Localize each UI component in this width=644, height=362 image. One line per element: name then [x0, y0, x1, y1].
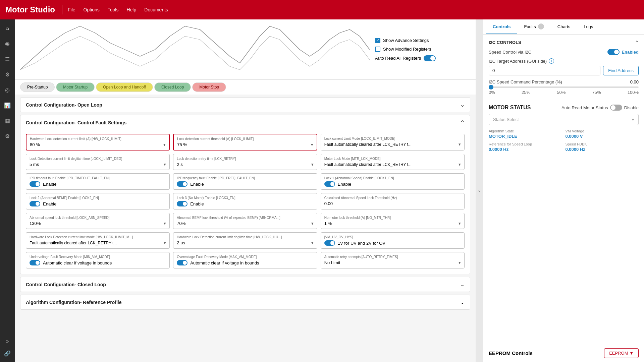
auto-retry-times-arrow: ▾: [459, 260, 461, 265]
calc-abnormal-speed-field: Calculated Abnormal Speed Lock Threshold…: [321, 193, 465, 209]
hw-lock-ilu-select[interactable]: 2 us ▾: [177, 240, 313, 245]
open-loop-collapse-icon[interactable]: ⌄: [460, 102, 465, 108]
reference-profile-collapse-icon[interactable]: ⌄: [460, 299, 465, 305]
tab-open-loop[interactable]: Open Loop and Handoff: [96, 82, 153, 92]
tab-pre-startup[interactable]: Pre-Startup: [20, 82, 55, 92]
fault-settings-header[interactable]: Control Configuration- Control Fault Set…: [20, 115, 470, 130]
rp-tab-logs[interactable]: Logs: [577, 19, 600, 34]
closed-loop-header[interactable]: Control Configuration- Closed Loop ⌄: [20, 277, 470, 292]
closed-loop-collapse-icon[interactable]: ⌄: [460, 281, 465, 288]
sidebar-icon-target[interactable]: ◎: [1, 84, 13, 96]
ipd-freq-toggle[interactable]: [177, 181, 187, 187]
slider-label-75: 75%: [592, 90, 601, 95]
sidebar-icon-grid[interactable]: ▦: [1, 115, 13, 127]
min-vm-mode-field: Undervoltage Fault Recovery Mode [MIN_VM…: [26, 252, 170, 268]
status-select-dropdown[interactable]: Status Select ▾: [489, 114, 639, 125]
hw-lock-ilu-arrow: ▾: [311, 240, 314, 245]
sidebar-icon-globe[interactable]: ◉: [1, 38, 13, 50]
speed-control-toggle[interactable]: [607, 49, 620, 55]
open-loop-header[interactable]: Control Configuration- Open Loop ⌄: [20, 98, 470, 112]
address-input[interactable]: [489, 66, 600, 75]
hw-lock-ilimit-arrow: ▾: [163, 142, 166, 147]
min-vm-mode-toggle[interactable]: [30, 260, 40, 265]
auto-retry-times-label: Automatic retry attempts [AUTO_RETRY_TIM…: [324, 255, 461, 259]
fault-row-6: Hardware Lock Detection current limit mo…: [26, 232, 465, 249]
target-address-info-icon[interactable]: i: [549, 58, 554, 64]
sidebar-icon-filter[interactable]: ⚙: [1, 68, 13, 80]
reference-profile-header[interactable]: Algorithm Configuration- Reference Profi…: [20, 295, 470, 309]
fault-settings-section: Control Configuration- Control Fault Set…: [20, 115, 470, 274]
rp-tab-faults[interactable]: Faults: [517, 19, 550, 34]
hw-lock-ilimit-select[interactable]: 80 % ▾: [30, 142, 166, 147]
hw-lock-ilimit-field: Hardware Lock detection current limit (A…: [26, 134, 170, 150]
lock1-en-value: Enable: [338, 182, 351, 187]
tab-motor-stop[interactable]: Motor Stop: [192, 82, 226, 92]
vm-uv-ov-hys-value: 1V for UV and 2V for OV: [338, 241, 385, 246]
speed-command-header: I2C Speed Command Percentage (%) 0.00: [489, 79, 639, 84]
eeprom-button[interactable]: EEPROM ▼: [604, 348, 639, 358]
expand-panel-btn[interactable]: ›: [476, 19, 483, 362]
auto-retry-times-select[interactable]: No Limit ▾: [324, 260, 461, 265]
fault-row-2: Lock Detection current limit deglitch ti…: [26, 154, 465, 170]
sidebar-icon-layers[interactable]: ☰: [1, 53, 13, 65]
auto-read-toggle[interactable]: [424, 55, 436, 61]
rp-tab-controls[interactable]: Controls: [486, 19, 517, 34]
find-address-button[interactable]: Find Address: [603, 66, 639, 75]
hw-lock-ilimit-m-arrow: ▾: [164, 240, 166, 245]
lock-ilimit-deg-select[interactable]: 5 ms ▾: [30, 162, 166, 167]
sidebar-icon-expand[interactable]: »: [1, 335, 13, 347]
tab-closed-loop[interactable]: Closed Loop: [154, 82, 191, 92]
tab-motor-startup[interactable]: Motor Startup: [56, 82, 95, 92]
menu-options[interactable]: Options: [84, 7, 100, 12]
vm-uv-ov-hys-field: [VM_UV_OV_HYS] 1V for UV and 2V for OV: [321, 232, 465, 249]
abnormal-bemf-select[interactable]: 70% ▾: [177, 221, 313, 226]
mtr-lck-mode-select[interactable]: Fault automatically cleared after LCK_RE…: [324, 162, 461, 167]
speed-slider-track[interactable]: [489, 86, 639, 88]
speed-command-label: I2C Speed Command Percentage (%): [489, 79, 562, 84]
lock3-en-toggle[interactable]: [177, 201, 187, 206]
i2c-collapse-arrow[interactable]: ⌃: [635, 40, 639, 45]
ref-speed-loop-item: Reference for Speed Loop 0.0000 Hz: [489, 142, 562, 152]
menu-help[interactable]: Help: [126, 7, 136, 12]
vm-uv-ov-hys-toggle[interactable]: [324, 240, 335, 246]
show-modified-checkbox[interactable]: [375, 47, 380, 52]
lock2-en-toggle[interactable]: [30, 201, 40, 206]
lock1-en-field: Lock 1 (Abnormal Speed) Enable [LOCK1_EN…: [321, 173, 465, 190]
fault-settings-collapse-icon[interactable]: ⌃: [460, 119, 465, 126]
lock2-en-toggle-row: Enable: [30, 201, 166, 206]
sidebar-icon-chart[interactable]: 📊: [1, 99, 13, 111]
config-area: Control Configuration- Open Loop ⌄ Contr…: [15, 95, 476, 362]
speed-fdbk-item: Speed FDBK 0.0000 Hz: [566, 142, 639, 152]
auto-read-motor-toggle[interactable]: [610, 105, 622, 111]
vm-voltage-value: 0.0000 V: [566, 134, 583, 139]
hw-lock-ilimit-m-select[interactable]: Fault automatically cleared after LCK_RE…: [30, 240, 166, 245]
menu-documents[interactable]: Documents: [144, 7, 168, 12]
target-address-section: I2C Target Address (GUI side) i Find Add…: [489, 58, 639, 75]
lck-retry-select[interactable]: 2 s ▾: [177, 162, 313, 167]
slider-label-50: 50%: [557, 90, 566, 95]
speed-slider-thumb[interactable]: [489, 85, 493, 89]
speed-control-label: Speed Control via I2C: [489, 50, 531, 55]
sidebar-icon-home[interactable]: ⌂: [1, 22, 13, 34]
speed-control-row: Speed Control via I2C Enabled: [489, 49, 639, 55]
lock-ilimit-select[interactable]: 75 % ▾: [177, 142, 313, 147]
show-modified-row: Show Modified Registers: [375, 47, 470, 52]
show-advance-label: Show Advance Settings: [383, 38, 429, 43]
lock-abn-speed-select[interactable]: 130% ▾: [30, 221, 166, 226]
no-mtr-thr-select[interactable]: 1 % ▾: [324, 221, 461, 226]
rp-tab-charts[interactable]: Charts: [551, 19, 577, 34]
sidebar-icon-link[interactable]: 🔗: [1, 347, 13, 359]
fault-row-4: Lock 2 (Abnormal BEMF) Enable [LOCK2_EN]…: [26, 193, 465, 209]
sidebar-icon-gear[interactable]: ⚙: [1, 130, 13, 142]
menu-file[interactable]: File: [68, 7, 75, 12]
ipd-timeout-toggle[interactable]: [30, 181, 40, 187]
lock-ilimit-label: Lock detection current threshold (A) [LO…: [177, 137, 313, 141]
lock-ilimit-mode-select[interactable]: Fault automatically cleared after LCK_RE…: [324, 142, 461, 147]
algorithm-state-item: Algorithm State MOTOR_IDLE: [489, 129, 562, 139]
lock1-en-toggle[interactable]: [324, 181, 335, 187]
auto-read-row: Auto Read All Registers: [375, 55, 470, 61]
menu-tools[interactable]: Tools: [108, 7, 119, 12]
max-vm-mode-toggle[interactable]: [177, 260, 187, 265]
ref-speed-loop-value: 0.0000 Hz: [489, 147, 508, 152]
show-advance-checkbox[interactable]: [375, 38, 380, 43]
